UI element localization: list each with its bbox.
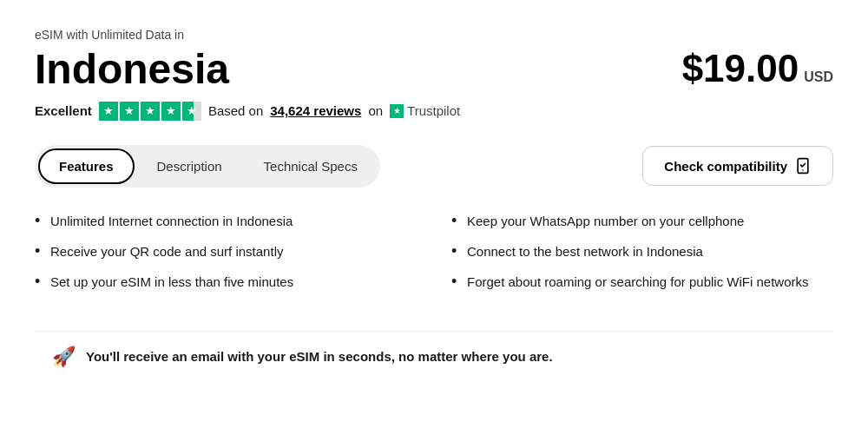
review-text: reviews [313,103,361,118]
rating-label: Excellent [35,103,92,118]
price-block: $19.00 USD [682,47,833,90]
star-rating: ★ ★ ★ ★ ★ [99,102,201,121]
check-compat-label: Check compatibility [664,159,787,174]
tab-description[interactable]: Description [138,150,241,182]
star-4: ★ [161,102,181,121]
device-check-icon [794,157,812,175]
star-5: ★ [182,102,201,121]
price-value: $19.00 [682,47,799,90]
rocket-icon: 🚀 [52,346,76,368]
list-item: Receive your QR code and surf instantly [35,242,417,260]
list-item: Unlimited Internet connection in Indones… [35,212,417,230]
title-price-row: Indonesia $19.00 USD [35,47,833,93]
features-right-list: Keep your WhatsApp number on your cellph… [451,212,833,303]
trustpilot-logo: ★ Trustpilot [390,103,460,118]
list-item: Set up your eSIM in less than five minut… [35,273,417,291]
tab-technical-specs[interactable]: Technical Specs [245,150,377,182]
check-compatibility-button[interactable]: Check compatibility [642,146,833,186]
trustpilot-name: Trustpilot [407,103,460,118]
tabs-container: Features Description Technical Specs [35,145,380,188]
star-3: ★ [141,102,160,121]
star-2: ★ [120,102,139,121]
page-subtitle: eSIM with Unlimited Data in [35,28,833,42]
review-count: 34,624 [270,103,310,118]
reviews-link[interactable]: 34,624 reviews [270,103,361,118]
email-notice-bar: 🚀 You'll receive an email with your eSIM… [35,331,833,382]
based-on-text: Based on [208,103,263,118]
rating-row: Excellent ★ ★ ★ ★ ★ Based on 34,624 revi… [35,102,833,121]
tab-features[interactable]: Features [38,148,135,184]
email-notice-text: You'll receive an email with your eSIM i… [86,349,553,364]
list-item: Connect to the best network in Indonesia [451,242,833,260]
trustpilot-star-icon: ★ [390,104,404,118]
on-text: on [368,103,383,118]
star-1: ★ [99,102,118,121]
features-grid: Unlimited Internet connection in Indones… [35,212,833,303]
page-title: Indonesia [35,47,229,93]
tabs-row: Features Description Technical Specs Che… [35,145,833,188]
price-currency: USD [804,69,833,85]
list-item: Keep your WhatsApp number on your cellph… [451,212,833,230]
list-item: Forget about roaming or searching for pu… [451,273,833,291]
features-left-list: Unlimited Internet connection in Indones… [35,212,417,303]
